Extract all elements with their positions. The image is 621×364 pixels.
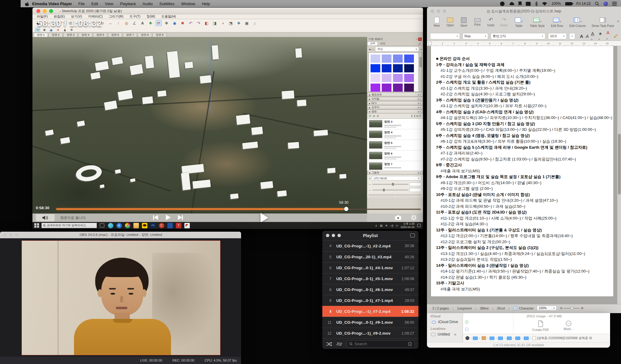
model-info-icon[interactable]: ▣ xyxy=(244,20,250,26)
panel-instructor[interactable]: ▸도우미▾ × xyxy=(367,105,423,109)
su-menu-edit[interactable]: 편집(E) xyxy=(54,14,65,19)
paint-tool-icon[interactable]: ◧ xyxy=(204,20,210,26)
ruler-origin-icon[interactable] xyxy=(428,42,431,45)
close-button[interactable] xyxy=(36,9,40,13)
zoom-button[interactable] xyxy=(15,233,19,237)
tray-volume-icon[interactable]: ◁) xyxy=(390,224,393,227)
zoom-extents-icon[interactable]: ✖ xyxy=(180,20,186,26)
panel-shadows[interactable]: ▾그림자▾ × xyxy=(367,171,423,175)
swatch[interactable] xyxy=(371,64,380,72)
date-slider[interactable] xyxy=(372,190,408,190)
webcam-preview[interactable] xyxy=(22,241,220,355)
menu-window[interactable]: Window xyxy=(181,2,195,6)
volume-button[interactable] xyxy=(36,214,55,221)
zoom-button[interactable] xyxy=(49,9,53,13)
keyboard-status-icon[interactable] xyxy=(526,2,531,6)
zoom-tool-icon[interactable]: ◉ xyxy=(172,20,178,26)
document-scrollbar[interactable] xyxy=(617,46,621,304)
playlist-item[interactable]: 6UD_CG-Progr...0-1)_#4-1.mov1:07:12 xyxy=(322,262,418,273)
task-view-icon[interactable] xyxy=(100,223,104,227)
menubar-app-name[interactable]: Elmedia Video Player xyxy=(32,2,72,6)
siri-icon[interactable] xyxy=(603,2,608,6)
cloud-status-icon[interactable] xyxy=(509,2,514,5)
folder-icon[interactable] xyxy=(524,336,529,340)
undo-button[interactable]: ↶Undo xyxy=(484,16,498,27)
menubar-clock[interactable]: Fri 14:22 xyxy=(576,2,591,6)
scene-remove-icon[interactable]: ⊖ xyxy=(377,114,379,117)
font-name-combo[interactable]: 휴먼고딕⇕ xyxy=(491,33,546,39)
folder-icon[interactable] xyxy=(507,336,512,340)
menu-edit[interactable]: Edit xyxy=(91,2,98,6)
shuffle-icon[interactable] xyxy=(326,342,332,346)
panel-tags[interactable]: ▸태그▾ × xyxy=(367,101,423,105)
outline-style-combo[interactable]: ▾ xyxy=(430,33,460,39)
shadows-icon[interactable]: ◑ xyxy=(220,20,226,26)
size-stepper[interactable]: ⇕ xyxy=(569,33,575,39)
obs-status-icon[interactable] xyxy=(500,2,505,6)
open-button[interactable]: Open xyxy=(444,16,457,27)
close-button[interactable] xyxy=(3,233,7,237)
playlist-item[interactable]: 12UD_CG-Progr...-1)_#9-2.mov1:09:27 xyxy=(322,328,418,339)
text-tool-icon[interactable]: A xyxy=(139,20,146,26)
settings-gear-icon[interactable] xyxy=(411,215,417,220)
zoom-level-combo[interactable]: 100%▾ xyxy=(537,306,557,311)
edit-column-button[interactable]: ▾Edit Column xyxy=(566,16,589,28)
menu-file[interactable]: File xyxy=(78,2,85,6)
notification-icon[interactable] xyxy=(417,224,421,227)
swatch[interactable] xyxy=(371,84,380,92)
swatch[interactable] xyxy=(382,84,391,92)
components-icon[interactable]: ⌂ xyxy=(252,20,258,26)
save-button[interactable]: Save xyxy=(457,16,471,27)
swatch[interactable] xyxy=(404,64,414,72)
tray-back-icon[interactable]: ◂▸ xyxy=(368,48,371,51)
redo-button[interactable]: ↷Redo xyxy=(498,16,511,27)
zoom-out-icon[interactable]: ⊖ xyxy=(560,306,562,310)
para-style-combo[interactable]: Rep.▾ xyxy=(462,33,488,39)
swatch[interactable] xyxy=(371,74,380,82)
tray-chevron-icon[interactable]: ∧ xyxy=(375,224,377,227)
scene-options-icons[interactable]: ❮ ❯ ▤ ⛭ xyxy=(411,114,421,117)
autocad-icon[interactable]: C xyxy=(159,223,164,228)
swatch[interactable] xyxy=(371,55,380,63)
minimize-button[interactable] xyxy=(9,233,13,237)
menu-playback[interactable]: Playback xyxy=(120,2,136,6)
tray-tab-select[interactable]: 선택 xyxy=(367,41,378,45)
playlist-item[interactable]: 4UD_CG-Progr...-1)_#2-2.mp430:36 xyxy=(322,240,418,251)
edit-row-button[interactable]: ▾Edit Row xyxy=(548,16,566,28)
windows-start-icon[interactable] xyxy=(34,223,39,228)
playlist-item-playing[interactable]: ‖UD_CG-Progr...-1)_#7-2.mp41:08:32 xyxy=(322,306,418,317)
scene-tab-7[interactable]: 장면 7 xyxy=(123,33,137,37)
scene-update-icon[interactable]: ⟳ xyxy=(369,114,371,117)
red-app-icon[interactable]: 7 xyxy=(176,223,181,228)
swatch[interactable] xyxy=(393,74,403,82)
extension-icon[interactable]: ❖ xyxy=(236,20,242,26)
table-button[interactable]: ▾Table xyxy=(511,16,527,28)
section-icon[interactable]: ⬔ xyxy=(228,20,234,26)
tape-tool-icon[interactable]: ∠ xyxy=(131,20,137,26)
scene-tab-8[interactable]: 장면 8 xyxy=(138,33,152,37)
prev-view-icon[interactable]: ↶ xyxy=(188,20,194,26)
font-color-button[interactable]: A ▾ xyxy=(606,30,611,42)
scene-tab-5[interactable]: 장면 5 xyxy=(93,33,107,37)
folder-icon[interactable] xyxy=(489,336,495,340)
eject-icon[interactable]: ⏏ xyxy=(454,333,457,336)
tray-pin-icon[interactable]: ▪ xyxy=(416,38,417,41)
scene-tab-4[interactable]: 장면 4 xyxy=(78,33,92,37)
document-page[interactable]: ■ 온라인 강의 순서 1주 - 강의소개 / 실습 및 재택수업 과제 #1-… xyxy=(431,46,614,297)
next-view-icon[interactable]: ↷ xyxy=(196,20,202,26)
tray-close-icon[interactable]: × xyxy=(418,38,422,41)
ie-icon[interactable]: e xyxy=(116,223,122,228)
scene-tab-3[interactable]: 장면 3 xyxy=(63,33,78,37)
playlist-item[interactable]: 7UD_CG-Progr...0-1)_#5-1.mov1:06:06 xyxy=(322,273,418,284)
snapshot-icon[interactable] xyxy=(395,215,401,220)
offset-tool-icon[interactable]: ◎ xyxy=(123,20,129,26)
scene-add-icon[interactable]: ⊕ xyxy=(373,114,375,117)
playlist-search-input[interactable] xyxy=(354,342,391,346)
playlist-item[interactable]: 5UD_CG-Progr...20-1)_#3.mp440:26 xyxy=(322,251,418,262)
wifi-icon[interactable] xyxy=(542,2,547,6)
tray-home-icon[interactable]: ⌂ xyxy=(372,48,374,51)
scene-item[interactable]: 장면 7 xyxy=(367,161,423,171)
scene-item[interactable]: 장면 3 xyxy=(367,119,423,129)
menu-subtitles[interactable]: Subtitles xyxy=(159,2,175,6)
su-menu-camera[interactable]: 카메라(C) xyxy=(88,14,102,19)
